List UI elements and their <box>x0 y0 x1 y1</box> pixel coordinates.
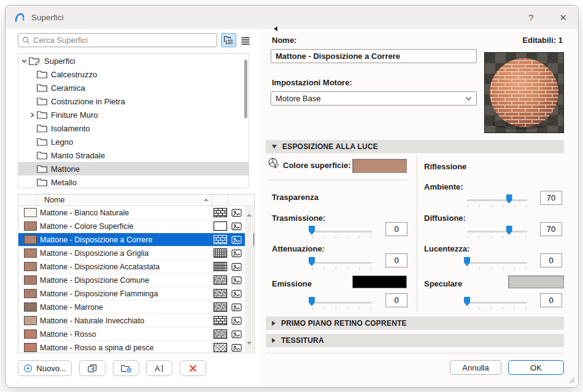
slider-track[interactable] <box>467 199 527 201</box>
surface-color-swatch[interactable] <box>352 159 407 173</box>
tree-item-label: Ceramica <box>51 83 85 93</box>
transmission-slider[interactable] <box>312 226 372 239</box>
emission-color-swatch[interactable] <box>352 275 407 288</box>
table-scrollbar[interactable] <box>245 206 253 352</box>
specular-color-swatch[interactable] <box>508 275 564 288</box>
tree-chevron-icon[interactable] <box>21 57 28 64</box>
table-row-mattone-disposizione-fiamminga[interactable]: Mattone - Disposizione Fiamminga <box>18 287 254 301</box>
section-light-exposure[interactable]: ESPOSIZIONE ALLA LUCE <box>266 140 564 153</box>
sort-ascending-icon[interactable] <box>204 198 209 201</box>
tree-item-legno[interactable]: Legno <box>18 135 249 148</box>
tree-chevron-icon[interactable] <box>29 98 36 105</box>
color-swatch <box>24 343 37 352</box>
tree-scrollbar[interactable] <box>244 60 247 118</box>
fill-pattern-icon <box>214 248 227 258</box>
tree-chevron-icon[interactable] <box>29 71 36 78</box>
slider-track[interactable] <box>312 262 372 264</box>
section-texture[interactable]: TESSITURA <box>266 334 564 347</box>
cancel-button[interactable]: Annulla <box>450 360 501 375</box>
slider-thumb[interactable] <box>506 194 512 204</box>
surface-tree[interactable]: Superfici Calcestruzzo Ceramica Costruzi… <box>18 53 249 188</box>
table-row-mattone-bianco-naturale[interactable]: Mattone - Bianco Naturale <box>18 206 254 220</box>
surface-table[interactable]: Nome Mattone - Bianco Naturale Mattone -… <box>18 194 255 353</box>
slider-track[interactable] <box>467 231 527 233</box>
tree-chevron-icon[interactable] <box>29 179 36 186</box>
diffusion-value-input[interactable] <box>540 222 562 236</box>
attenuation-label: Attenuazione: <box>272 244 325 253</box>
tree-item-mattone[interactable]: Mattone <box>18 162 249 175</box>
tree-item-metallo[interactable]: Metallo <box>18 175 249 188</box>
panel-collapse-arrow-icon[interactable] <box>274 26 277 31</box>
tree-chevron-icon[interactable] <box>29 165 36 172</box>
tree-item-ceramica[interactable]: Ceramica <box>18 81 249 94</box>
scroll-up-icon[interactable] <box>247 213 252 217</box>
ok-button[interactable]: OK <box>508 360 564 375</box>
engine-dropdown[interactable]: Motore Base <box>271 91 477 106</box>
table-row-mattone-disposizione-accatastata[interactable]: Mattone - Disposizione Accatastata <box>18 260 254 274</box>
tree-item-superfici[interactable]: Superfici <box>18 54 249 67</box>
tree-chevron-icon[interactable] <box>29 152 36 159</box>
ambient-slider[interactable] <box>467 194 527 208</box>
table-row-mattone-rosso-a-spina-di-pesce[interactable]: Mattone - Rosso a spina di pesce <box>18 341 254 353</box>
transmission-value-input[interactable] <box>385 222 407 236</box>
help-button[interactable]: ? <box>528 13 533 22</box>
emission-slider[interactable] <box>312 297 372 310</box>
fill-pattern-icon <box>214 289 227 298</box>
tree-chevron-icon[interactable] <box>29 125 36 132</box>
fill-pattern-cell <box>212 274 228 286</box>
tree-item-label: Superfici <box>44 56 75 66</box>
tree-item-calcestruzzo[interactable]: Calcestruzzo <box>18 67 249 81</box>
table-row-mattone-disposizione-a-griglia[interactable]: Mattone - Disposizione a Griglia <box>18 247 254 260</box>
slider-track[interactable] <box>312 231 372 233</box>
close-button[interactable]: ✕ <box>559 13 567 22</box>
list-view-toggle[interactable] <box>237 33 253 47</box>
search-input[interactable] <box>33 36 217 45</box>
section-foreground-fill[interactable]: PRIMO PIANO RETINO COPRENTE <box>266 317 564 330</box>
fill-pattern-icon <box>214 275 227 285</box>
ambient-value-input[interactable] <box>540 191 562 205</box>
slider-ticks <box>468 307 527 310</box>
tree-chevron-icon[interactable] <box>29 111 36 118</box>
tree-chevron-icon[interactable] <box>29 84 36 91</box>
table-row-mattone-disposizione-comune[interactable]: Mattone - Disposizione Comune <box>18 274 254 287</box>
tree-item-finiture-muro[interactable]: Finiture Muro <box>18 108 249 121</box>
attenuation-slider[interactable] <box>312 257 372 271</box>
surface-name: Mattone - Disposizione Accatastata <box>37 263 212 271</box>
diffusion-slider[interactable] <box>467 226 527 239</box>
slider-track[interactable] <box>467 302 527 304</box>
specular-value-input[interactable] <box>540 293 562 307</box>
shininess-value-input[interactable] <box>540 253 562 267</box>
table-row-mattone-naturale-invecchiato[interactable]: Mattone - Naturale Invecchiato <box>18 314 254 328</box>
table-header[interactable]: Nome <box>18 194 254 206</box>
new-folder-button[interactable] <box>113 360 139 376</box>
tree-item-costruzione-in-pietra[interactable]: Costruzione in Pietra <box>18 94 249 108</box>
tree-item-isolamento[interactable]: Isolamento <box>18 121 249 135</box>
tree-item-manto-stradale[interactable]: Manto Stradale <box>18 148 249 162</box>
new-button[interactable]: Nuovo... <box>18 360 72 376</box>
emission-value-input[interactable] <box>385 293 407 307</box>
search-box[interactable] <box>18 33 217 47</box>
surface-name-input[interactable] <box>271 49 477 63</box>
texture-image-icon <box>228 328 245 340</box>
header-name-column[interactable]: Nome <box>37 196 212 204</box>
table-row-mattone-disposizione-a-correre[interactable]: Mattone - Disposizione a Correre <box>18 233 254 247</box>
tree-view-toggle[interactable] <box>221 33 236 47</box>
rename-button[interactable]: A <box>146 360 172 376</box>
texture-image-icon <box>228 247 245 259</box>
attenuation-value-input[interactable] <box>385 253 407 267</box>
slider-thumb[interactable] <box>506 226 512 235</box>
material-preview <box>484 52 564 133</box>
slider-track[interactable] <box>467 262 527 264</box>
table-row-mattone-colore-superficie[interactable]: Mattone - Colore Superficie <box>18 220 254 233</box>
delete-button[interactable] <box>180 360 206 376</box>
tree-chevron-icon[interactable] <box>29 138 36 145</box>
scroll-down-icon[interactable] <box>247 342 252 345</box>
duplicate-button[interactable] <box>79 360 106 376</box>
fill-pattern-icon <box>214 221 227 231</box>
shininess-slider[interactable] <box>467 257 527 271</box>
specular-slider[interactable] <box>467 297 527 310</box>
slider-track[interactable] <box>312 302 372 304</box>
resize-grip[interactable] <box>569 377 575 385</box>
table-row-mattone-marrone[interactable]: Mattone - Marrone <box>18 301 254 314</box>
table-row-mattone-rosso[interactable]: Mattone - Rosso <box>18 328 254 341</box>
